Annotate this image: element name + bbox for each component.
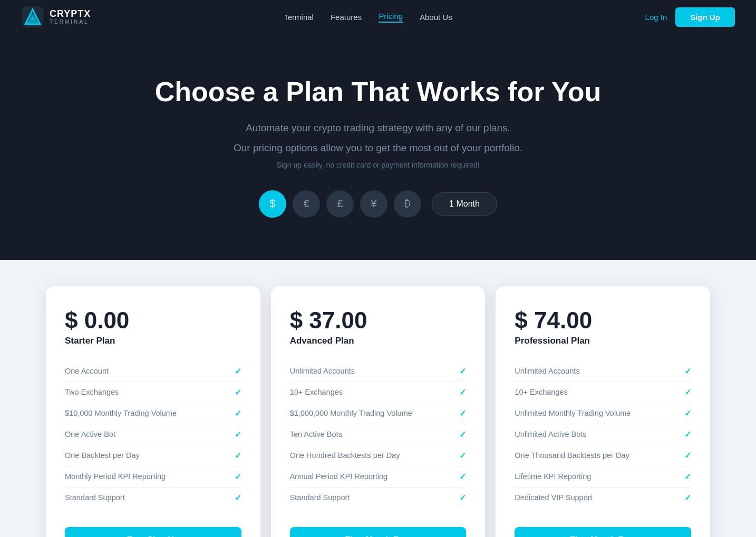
- professional-price: $ 74.00: [515, 307, 691, 334]
- advanced-plan-card: $ 37.00 Advanced Plan Unlimited Accounts…: [271, 286, 486, 537]
- check-icon: ✓: [459, 366, 466, 376]
- hero-subtitle1: Automate your crypto trading strategy wi…: [11, 120, 745, 136]
- advanced-price: $ 37.00: [290, 307, 467, 334]
- check-icon: ✓: [684, 451, 691, 461]
- professional-features: Unlimited Accounts ✓ 10+ Exchanges ✓ Unl…: [515, 361, 691, 508]
- svg-rect-3: [30, 14, 36, 20]
- logo-tagline: TERMINAL: [50, 19, 91, 25]
- currency-jpy[interactable]: ¥: [360, 190, 387, 218]
- currency-usd[interactable]: $: [259, 190, 286, 218]
- duration-selector[interactable]: 1 Month: [432, 192, 497, 216]
- login-button[interactable]: Log In: [645, 13, 667, 22]
- currency-eur[interactable]: €: [293, 190, 320, 218]
- check-icon: ✓: [684, 408, 691, 418]
- nav-links: Terminal Features Pricing About Us: [284, 12, 452, 23]
- currency-btc[interactable]: ₿: [394, 190, 421, 218]
- starter-cta-button[interactable]: Free Sign Up: [65, 527, 241, 537]
- list-item: Unlimited Accounts ✓: [290, 361, 467, 382]
- check-icon: ✓: [684, 493, 691, 503]
- signup-button[interactable]: Sign Up: [675, 7, 735, 27]
- nav-pricing[interactable]: Pricing: [379, 12, 403, 23]
- nav-terminal[interactable]: Terminal: [284, 13, 314, 22]
- list-item: $10,000 Monthly Trading Volume ✓: [65, 403, 241, 424]
- check-icon: ✓: [235, 451, 241, 461]
- list-item: One Active Bot ✓: [65, 424, 241, 445]
- check-icon: ✓: [235, 493, 241, 503]
- check-icon: ✓: [235, 472, 241, 482]
- list-item: One Account ✓: [65, 361, 241, 382]
- list-item: One Hundred Backtests per Day ✓: [290, 445, 467, 466]
- check-icon: ✓: [459, 451, 466, 461]
- starter-plan-card: $ 0.00 Starter Plan One Account ✓ Two Ex…: [46, 286, 260, 537]
- professional-cta-button[interactable]: First Month Free: [515, 527, 691, 537]
- advanced-cta-button[interactable]: First Month Free: [290, 527, 467, 537]
- list-item: Unlimited Monthly Trading Volume ✓: [515, 403, 691, 424]
- list-item: Monthly Period KPI Reporting ✓: [65, 466, 241, 487]
- hero-note: Sign up easily, no credit card or paymen…: [11, 161, 745, 169]
- list-item: Lifetime KPI Reporting ✓: [515, 466, 691, 487]
- list-item: Annual Period KPI Reporting ✓: [290, 466, 467, 487]
- nav-features[interactable]: Features: [331, 13, 362, 22]
- advanced-features: Unlimited Accounts ✓ 10+ Exchanges ✓ $1,…: [290, 361, 467, 508]
- hero-section: Choose a Plan That Works for You Automat…: [0, 34, 756, 260]
- check-icon: ✓: [235, 387, 241, 397]
- professional-plan-card: $ 74.00 Professional Plan Unlimited Acco…: [496, 286, 710, 537]
- logo-icon: [21, 5, 44, 28]
- check-icon: ✓: [684, 472, 691, 482]
- starter-features: One Account ✓ Two Exchanges ✓ $10,000 Mo…: [65, 361, 241, 508]
- list-item: Two Exchanges ✓: [65, 382, 241, 403]
- list-item: 10+ Exchanges ✓: [515, 382, 691, 403]
- list-item: 10+ Exchanges ✓: [290, 382, 467, 403]
- check-icon: ✓: [684, 366, 691, 376]
- currency-selector: $ € £ ¥ ₿ 1 Month: [11, 190, 745, 218]
- list-item: $1,000,000 Monthly Trading Volume ✓: [290, 403, 467, 424]
- navbar: CRYPTX TERMINAL Terminal Features Pricin…: [0, 0, 756, 34]
- currency-gbp[interactable]: £: [326, 190, 354, 218]
- starter-name: Starter Plan: [65, 336, 241, 346]
- advanced-name: Advanced Plan: [290, 336, 467, 346]
- check-icon: ✓: [235, 429, 241, 440]
- hero-subtitle2: Our pricing options allow you to get the…: [11, 140, 745, 156]
- logo: CRYPTX TERMINAL: [21, 5, 91, 28]
- check-icon: ✓: [684, 387, 691, 397]
- hero-title: Choose a Plan That Works for You: [11, 76, 745, 108]
- check-icon: ✓: [459, 493, 466, 503]
- nav-about[interactable]: About Us: [420, 13, 452, 22]
- list-item: Standard Support ✓: [65, 487, 241, 508]
- check-icon: ✓: [459, 387, 466, 397]
- check-icon: ✓: [459, 408, 466, 418]
- list-item: One Thousand Backtests per Day ✓: [515, 445, 691, 466]
- starter-price: $ 0.00: [65, 307, 241, 334]
- check-icon: ✓: [235, 366, 241, 376]
- list-item: One Backtest per Day ✓: [65, 445, 241, 466]
- list-item: Ten Active Bots ✓: [290, 424, 467, 445]
- professional-name: Professional Plan: [515, 336, 691, 346]
- list-item: Unlimited Accounts ✓: [515, 361, 691, 382]
- pricing-cards: $ 0.00 Starter Plan One Account ✓ Two Ex…: [35, 270, 721, 537]
- check-icon: ✓: [684, 429, 691, 440]
- nav-actions: Log In Sign Up: [645, 7, 735, 27]
- check-icon: ✓: [459, 472, 466, 482]
- check-icon: ✓: [459, 429, 466, 440]
- check-icon: ✓: [235, 408, 241, 418]
- list-item: Dedicated VIP Support ✓: [515, 487, 691, 508]
- logo-name: CRYPTX: [50, 9, 91, 19]
- list-item: Standard Support ✓: [290, 487, 467, 508]
- list-item: Unlimited Active Bots ✓: [515, 424, 691, 445]
